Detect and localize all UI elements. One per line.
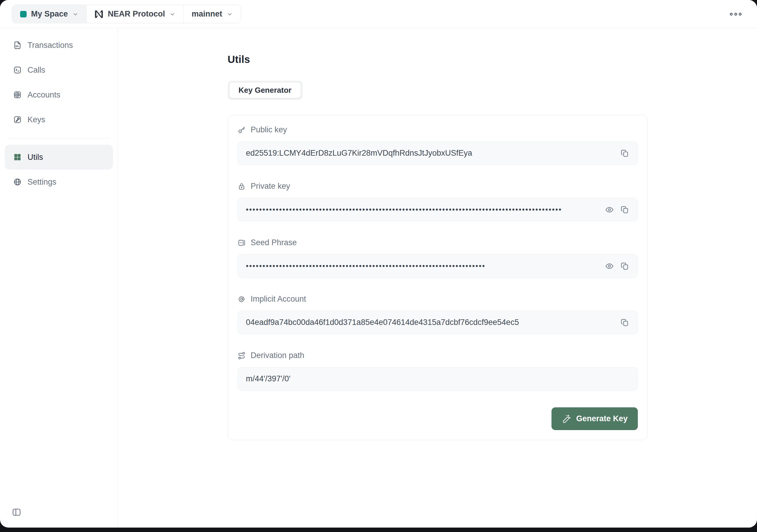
workspace-dropdown[interactable]: My Space [12, 5, 86, 23]
implicit-account-label-row: Implicit Account [237, 294, 638, 304]
key-icon [237, 126, 246, 134]
private-key-group: Private key ••••••••••••••••••••••••••••… [237, 182, 638, 221]
file-code-icon [13, 41, 22, 50]
sidebar-item-keys[interactable]: Keys [5, 107, 113, 132]
public-key-field: ed25519:LCMY4dErD8zLuG7Kir28mVDqfhRdnsJt… [237, 142, 638, 165]
main-area: Utils Key Generator Public key ed25519:L… [118, 28, 757, 528]
at-sign-icon [237, 295, 246, 303]
sidebar-divider [8, 138, 110, 139]
sidebar-item-label: Transactions [27, 41, 73, 50]
app-body: Transactions Calls Accounts Keys Utils [0, 28, 757, 528]
public-key-label: Public key [251, 125, 287, 134]
notebook-icon [237, 239, 246, 247]
sidebar-item-label: Settings [27, 178, 56, 187]
copy-icon [621, 262, 629, 270]
public-key-group: Public key ed25519:LCMY4dErD8zLuG7Kir28m… [237, 125, 638, 165]
generate-key-button[interactable]: Generate Key [552, 407, 638, 430]
copy-button[interactable] [621, 205, 629, 214]
derivation-path-label: Derivation path [251, 351, 305, 360]
seed-phrase-label: Seed Phrase [251, 238, 297, 247]
copy-button[interactable] [621, 262, 629, 270]
grid-icon [13, 153, 22, 162]
app-window: My Space NEAR Protocol mainnet Transacti… [0, 0, 757, 528]
seed-phrase-field: ••••••••••••••••••••••••••••••••••••••••… [237, 254, 638, 278]
reveal-button[interactable] [605, 262, 614, 270]
chevron-down-icon [169, 11, 175, 17]
context-switcher: My Space NEAR Protocol mainnet [12, 5, 241, 23]
sidebar-item-transactions[interactable]: Transactions [5, 33, 113, 58]
topbar: My Space NEAR Protocol mainnet [0, 0, 757, 28]
tab-key-generator[interactable]: Key Generator [229, 82, 301, 98]
private-key-masked-value: ••••••••••••••••••••••••••••••••••••••••… [246, 205, 598, 214]
overflow-menu-button[interactable] [728, 8, 743, 20]
card-footer: Generate Key [237, 407, 638, 430]
tab-list: Key Generator [228, 81, 303, 100]
implicit-account-value: 04eadf9a74bc00da46f1d0d371a85e4e074614de… [246, 318, 614, 327]
page-title: Utils [228, 53, 648, 65]
sidebar-item-label: Keys [27, 115, 45, 125]
derivation-path-input[interactable] [237, 367, 638, 390]
implicit-account-field: 04eadf9a74bc00da46f1d0d371a85e4e074614de… [237, 311, 638, 334]
chevron-down-icon [227, 11, 233, 17]
derivation-path-group: Derivation path [237, 351, 638, 390]
network-dropdown[interactable]: mainnet [183, 5, 241, 23]
sidebar-item-label: Utils [27, 153, 43, 162]
copy-icon [621, 149, 629, 158]
seed-phrase-label-row: Seed Phrase [237, 238, 638, 247]
derivation-path-label-row: Derivation path [237, 351, 638, 360]
private-key-label-row: Private key [237, 182, 638, 191]
generate-key-label: Generate Key [576, 414, 627, 423]
public-key-label-row: Public key [237, 125, 638, 134]
private-key-field: ••••••••••••••••••••••••••••••••••••••••… [237, 198, 638, 221]
protocol-dropdown[interactable]: NEAR Protocol [86, 5, 184, 23]
key-square-icon [13, 115, 22, 124]
chevron-down-icon [73, 11, 78, 17]
route-icon [237, 351, 246, 360]
reveal-button[interactable] [605, 205, 614, 214]
panel-left-icon [11, 507, 22, 518]
copy-button[interactable] [621, 149, 629, 158]
implicit-account-group: Implicit Account 04eadf9a74bc00da46f1d0d… [237, 294, 638, 334]
workspace-swatch [20, 11, 27, 17]
sidebar-item-label: Accounts [27, 90, 60, 99]
workspace-label: My Space [31, 10, 68, 18]
ellipsis-icon [729, 12, 742, 17]
sidebar-item-label: Calls [27, 66, 45, 75]
key-generator-card: Public key ed25519:LCMY4dErD8zLuG7Kir28m… [228, 115, 648, 440]
sidebar-item-calls[interactable]: Calls [5, 58, 113, 82]
copy-icon [621, 205, 629, 214]
globe-icon [13, 178, 22, 186]
sidebar-item-accounts[interactable]: Accounts [5, 82, 113, 107]
network-label: mainnet [192, 10, 222, 18]
protocol-label: NEAR Protocol [108, 10, 165, 18]
sidebar-item-utils[interactable]: Utils [5, 145, 113, 170]
implicit-account-label: Implicit Account [251, 294, 306, 304]
eye-icon [605, 205, 614, 214]
copy-button[interactable] [621, 318, 629, 327]
wand-sparkles-icon [561, 414, 571, 424]
sidebar-item-settings[interactable]: Settings [5, 170, 113, 194]
near-logo-icon [95, 10, 104, 18]
terminal-square-icon [13, 66, 22, 74]
public-key-value: ed25519:LCMY4dErD8zLuG7Kir28mVDqfhRdnsJt… [246, 149, 614, 158]
copy-icon [621, 318, 629, 327]
utils-page: Utils Key Generator Public key ed25519:L… [228, 53, 648, 464]
at-square-icon [13, 90, 22, 99]
sidebar: Transactions Calls Accounts Keys Utils [0, 28, 118, 528]
eye-icon [605, 262, 614, 270]
seed-phrase-masked-value: ••••••••••••••••••••••••••••••••••••••••… [246, 262, 598, 270]
seed-phrase-group: Seed Phrase ••••••••••••••••••••••••••••… [237, 238, 638, 278]
private-key-label: Private key [251, 182, 290, 191]
lock-icon [237, 182, 246, 190]
sidebar-collapse-button[interactable] [11, 507, 22, 518]
